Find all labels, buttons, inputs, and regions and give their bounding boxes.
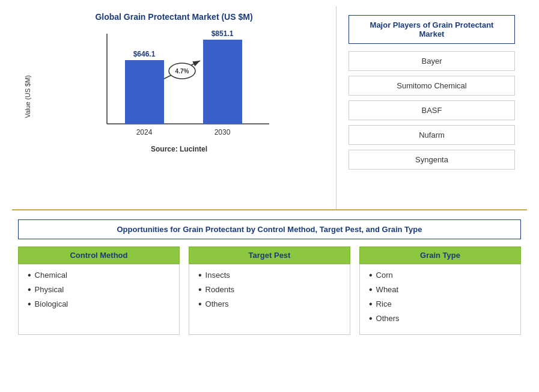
bar-2024-value: $646.1: [133, 50, 156, 58]
bullet-pest-others: •: [198, 299, 202, 309]
cagr-label: 4.7%: [175, 68, 189, 75]
control-method-body: • Chemical • Physical • Biological: [18, 264, 180, 335]
players-panel-title: Major Players of Grain Protectant Market: [349, 15, 515, 44]
players-panel: Major Players of Grain Protectant Market…: [336, 6, 527, 209]
control-item-chemical: • Chemical: [28, 271, 170, 280]
grain-item-others: • Others: [369, 314, 511, 323]
top-section: Global Grain Protectant Market (US $M) V…: [12, 6, 527, 210]
bullet-biological: •: [28, 299, 31, 309]
chart-inner: $646.1 $851.1 2024 2030: [34, 28, 324, 166]
grain-item-corn: • Corn: [369, 271, 511, 280]
bullet-grain-others: •: [369, 314, 373, 323]
player-basf: BASF: [349, 100, 515, 120]
pest-item-others: • Others: [198, 299, 341, 309]
bottom-section: Opportunities for Grain Protectant by Co…: [12, 210, 527, 386]
chart-title: Global Grain Protectant Market (US $M): [95, 12, 252, 22]
grain-type-column: Grain Type • Corn • Wheat • Rice: [359, 247, 521, 335]
grain-item-wheat: • Wheat: [369, 285, 511, 295]
chart-area: Global Grain Protectant Market (US $M) V…: [12, 6, 336, 209]
source-text: Source: Lucintel: [34, 145, 324, 153]
pest-item-rodents: • Rodents: [198, 285, 341, 295]
target-pest-column: Target Pest • Insects • Rodents • Others: [189, 247, 350, 335]
control-item-physical: • Physical: [28, 285, 170, 295]
control-item-biological: • Biological: [28, 299, 170, 309]
player-bayer: Bayer: [349, 51, 515, 71]
bullet-insects: •: [198, 271, 202, 280]
bullet-wheat: •: [369, 285, 373, 295]
player-nufarm: Nufarm: [349, 125, 515, 145]
bar-chart-svg: $646.1 $851.1 2024 2030: [77, 28, 281, 142]
grain-type-body: • Corn • Wheat • Rice • Others: [359, 264, 521, 335]
bullet-physical: •: [28, 285, 31, 295]
y-axis-label: Value (US $M): [24, 75, 31, 118]
opportunities-title: Opportunities for Grain Protectant by Co…: [18, 219, 521, 239]
player-sumitomo: Sumitomo Chemical: [349, 76, 515, 96]
opportunities-grid: Control Method • Chemical • Physical • B…: [18, 247, 521, 335]
bar-2030: [203, 40, 242, 124]
control-method-column: Control Method • Chemical • Physical • B…: [18, 247, 180, 335]
pest-item-insects: • Insects: [198, 271, 341, 280]
bar-2030-value: $851.1: [212, 29, 234, 38]
bullet-chemical: •: [28, 271, 31, 280]
x-label-2030: 2030: [215, 128, 231, 136]
main-container: Global Grain Protectant Market (US $M) V…: [0, 0, 539, 392]
x-label-2024: 2024: [136, 128, 153, 136]
bullet-rice: •: [369, 299, 373, 309]
bar-2024: [125, 60, 164, 124]
bullet-rodents: •: [198, 285, 202, 295]
target-pest-body: • Insects • Rodents • Others: [189, 264, 350, 335]
bullet-corn: •: [369, 271, 373, 280]
chart-wrapper: Value (US $M): [24, 28, 324, 166]
control-method-header: Control Method: [18, 247, 180, 264]
grain-type-header: Grain Type: [359, 247, 521, 264]
player-syngenta: Syngenta: [349, 150, 515, 170]
target-pest-header: Target Pest: [189, 247, 350, 264]
grain-item-rice: • Rice: [369, 299, 511, 309]
